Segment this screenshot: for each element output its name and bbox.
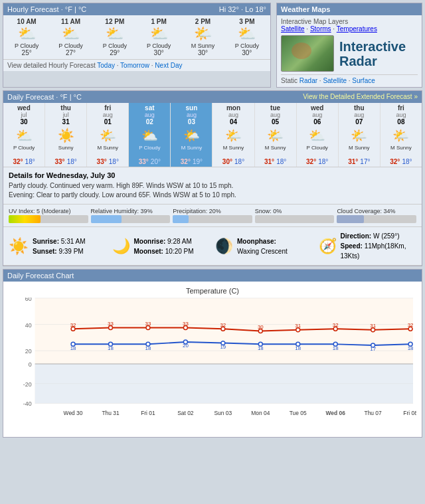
temperatures-link[interactable]: Temperatures [337,25,377,33]
svg-text:18: 18 [295,345,301,351]
storms-link[interactable]: Storms [310,25,331,33]
daily-day-col[interactable]: sun aug 03 🌤️ M Sunny 32° 19° [171,103,212,167]
svg-text:32: 32 [70,322,76,328]
svg-text:Mon 04: Mon 04 [251,410,270,416]
hourly-time-label: 3 PM [225,18,269,25]
day-lo: 18° [109,158,119,165]
day-icon-area: 🌤️ [381,126,421,145]
hourly-temp: 29° [93,49,137,56]
svg-text:32: 32 [333,322,339,328]
day-condition: Sunny [46,145,86,157]
radar-title[interactable]: InteractiveRadar [339,39,406,68]
day-weather-icon: 🌤️ [267,127,284,143]
weather-maps-panel: Weather Maps Interactive Map Layers Sate… [276,3,422,88]
hourly-condition: P Cloudy [48,42,92,49]
day-lo: 18° [276,158,286,165]
nextday-link[interactable]: Next Day [155,62,182,69]
svg-text:33: 33 [183,321,189,327]
extended-forecast-link[interactable]: View the Detailed Extended Forecast » [303,93,418,101]
hourly-icon: ⛅ [93,25,137,42]
daily-day-col[interactable]: tue aug 05 🌤️ M Sunny 31° 18° [255,103,297,167]
day-hi: 32° [13,158,23,165]
day-name: fri [88,104,128,112]
day-hi: 33° [97,158,107,165]
daily-day-col[interactable]: thu aug 07 🌤️ M Sunny 31° 17° [339,103,381,167]
daily-title: Daily Forecast · °F | °C [7,93,82,101]
wind-icon: 🧭 [319,238,337,255]
weather-maps-body: Interactive Map Layers Satellite · Storm… [277,15,422,87]
daily-day-col[interactable]: fri aug 01 🌤️ M Sunny 33° 18° [87,103,129,167]
svg-text:19: 19 [220,344,226,350]
weather-maps-header: Weather Maps [277,3,422,15]
hourly-temp: 27° [48,49,92,56]
daily-day-col[interactable]: fri aug 08 🌤️ M Sunny 32° 18° [381,103,422,167]
svg-text:18: 18 [70,345,76,351]
day-month: aug [213,112,253,118]
svg-text:Fri 08: Fri 08 [403,410,416,416]
daily-day-col[interactable]: wed aug 06 ⛅ P Cloudy 32° 18° [297,103,339,167]
day-num: 03 [171,118,211,126]
day-num: 05 [256,118,296,126]
day-condition: P Cloudy [129,145,169,157]
day-condition: M Sunny [171,145,211,157]
hourly-time-label: 11 AM [48,18,92,25]
daily-day-col[interactable]: sat aug 02 ⛅ P Cloudy 33° 20° [129,103,171,167]
hourly-time-label: 2 PM [181,18,224,25]
indicator-label: Relative Humidity: 39% [91,208,171,214]
hourly-temp: 30° [225,49,269,56]
day-num: 01 [88,118,128,126]
daily-day-col[interactable]: wed jul 30 ⛅ P Cloudy 32° 18° [3,103,45,167]
day-icon-area: 🌤️ [171,126,211,145]
sun-icon: ☀️ [9,237,29,256]
radar-image[interactable] [281,35,334,72]
day-lo: 18° [67,158,77,165]
tomorrow-link[interactable]: Tomorrow [120,62,149,69]
day-hi: 32° [390,158,400,165]
day-hi: 30° [222,158,232,165]
day-icon-area: 🌤️ [213,126,253,145]
day-condition: P Cloudy [4,145,44,157]
daily-day-col[interactable]: mon aug 04 🌤️ M Sunny 30° 18° [212,103,254,167]
satellite-link[interactable]: Satellite [281,25,305,33]
day-month: aug [298,112,337,118]
indicator-precip: Precipitation: 20% [173,208,252,223]
radar-link[interactable]: Radar [299,77,317,84]
hourly-time-label: 10 AM [5,18,48,25]
day-num: 07 [339,118,379,126]
daily-header: Daily Forecast · °F | °C View the Detail… [3,91,422,103]
hourly-forecast-panel: Hourly Forecast · °F | °C Hi 32° · Lo 18… [3,3,271,88]
hourly-temp: 30° [181,49,224,56]
details-line2: Evening: Clear to partly cloudy. Low aro… [9,191,416,200]
day-num: 31 [46,118,86,126]
today-link[interactable]: Today [97,62,115,69]
forecast-chart-svg: 60 40 20 0 -20 -40 [9,297,416,430]
daily-forecast-panel: Daily Forecast · °F | °C View the Detail… [3,90,422,266]
sat-link[interactable]: Satellite [323,77,347,84]
day-lo: 20° [151,158,161,165]
day-lo: 18° [318,158,328,165]
daily-day-col[interactable]: thu jul 31 ☀️ Sunny 33° 18° [45,103,87,167]
day-num: 04 [213,118,253,126]
day-lo: 17° [360,158,370,165]
details-section: Details for Wednesday, July 30 Partly cl… [3,167,422,205]
hourly-header: Hourly Forecast · °F | °C Hi 32° · Lo 18… [3,3,270,15]
day-temps: 30° 18° [213,157,253,165]
day-icon-area: ⛅ [129,126,169,145]
day-icon-area: ⛅ [4,126,44,145]
moonset-label: Moonset: [134,248,163,255]
svg-text:60: 60 [25,297,32,302]
day-name: sun [171,104,211,112]
hourly-condition: P Cloudy [137,42,181,49]
hourly-condition: P Cloudy [5,42,48,49]
day-icon-area: 🌤️ [339,126,379,145]
day-icon-area: ⛅ [298,126,337,145]
day-month: aug [381,112,421,118]
day-weather-icon: ☀️ [58,127,74,143]
svg-text:Tue 05: Tue 05 [290,410,307,416]
day-condition: M Sunny [88,145,128,157]
day-num: 06 [298,118,337,126]
indicator-label: UV Index: 5 (Moderate) [9,208,88,214]
day-hi: 31° [348,158,358,165]
hourly-time-col: 11 AM ⛅ P Cloudy 27° [48,18,92,56]
surface-link[interactable]: Surface [352,77,375,84]
